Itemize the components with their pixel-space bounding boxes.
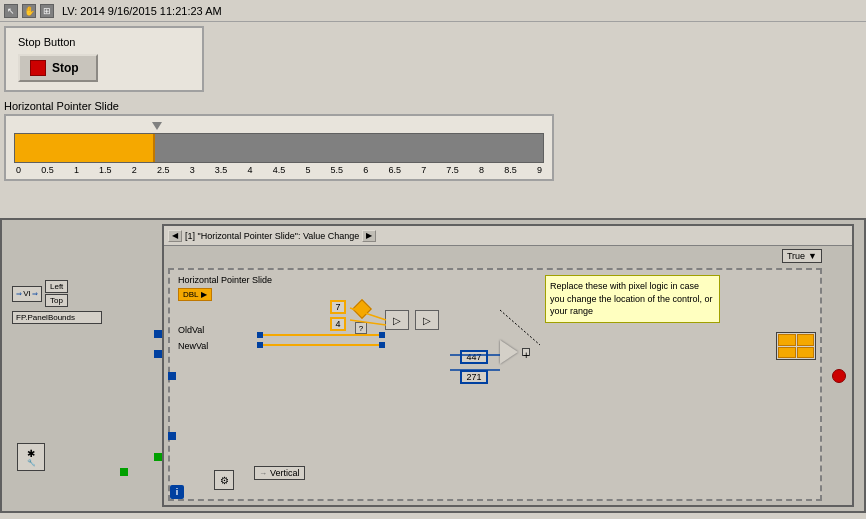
arrow-icon[interactable]: ↖ (4, 4, 18, 18)
left-top-labels: Left Top (45, 280, 68, 307)
diagram-header-text: [1] "Horizontal Pointer Slide": Value Ch… (185, 231, 359, 241)
comment-box: Replace these with pixel logic in case y… (545, 275, 720, 323)
svg-rect-4 (379, 332, 385, 338)
num-447-node: 447 (460, 350, 488, 364)
right-comparator-area: + (500, 340, 530, 364)
tool-node: ⚙ (214, 470, 234, 490)
array-display (776, 332, 816, 360)
num-7-node: 7 (330, 300, 346, 314)
comparator-1: ▷ (385, 310, 409, 330)
left-connector-top (168, 372, 176, 380)
stop-button[interactable]: Stop (18, 54, 98, 82)
left-label-box: Left (45, 280, 68, 293)
top-label-box: Top (45, 294, 68, 307)
outer-diagram: ⇒ VI ⇒ Left Top FP.PanelBounds ✱ 🔧 ◀ [1]… (0, 218, 866, 513)
main-content: Stop Button Stop Horizontal Pointer Slid… (0, 22, 866, 185)
svg-rect-3 (257, 342, 263, 348)
vi-block: ⇒ VI ⇒ (12, 286, 42, 302)
slide-indicator (152, 122, 162, 130)
stop-red-square (30, 60, 46, 76)
newval-label: NewVal (178, 341, 208, 351)
slide-filled (15, 134, 155, 162)
fp-panel-bounds: FP.PanelBounds (12, 311, 102, 324)
title-bar: ↖ ✋ ⊞ LV: 2014 9/16/2015 11:21:23 AM (0, 0, 866, 22)
slide-section: Horizontal Pointer Slide 0 0.5 1 1.5 2 2… (4, 100, 862, 181)
slide-block-group: Horizontal Pointer Slide DBL ▶ (178, 275, 272, 301)
slide-track[interactable] (14, 133, 544, 163)
slide-scale: 0 0.5 1 1.5 2 2.5 3 3.5 4 4.5 5 5.5 6 6.… (14, 165, 544, 175)
slide-block-label: Horizontal Pointer Slide (178, 275, 272, 285)
diagram-nav-right[interactable]: ▶ (362, 230, 376, 242)
asterisk-node-area: ✱ 🔧 (17, 443, 45, 471)
info-icon: i (170, 485, 184, 499)
diagram-content: True ▼ Horizontal Pointer Slide DBL ▶ (164, 246, 852, 505)
vi-node-area: ⇒ VI ⇒ Left Top FP.PanelBounds (12, 280, 102, 324)
array-nodes (776, 332, 816, 360)
stop-button-text: Stop (52, 61, 79, 75)
diagram-nav-left[interactable]: ◀ (168, 230, 182, 242)
connector-sq-2 (154, 350, 162, 358)
wire-overlay (170, 270, 820, 499)
dbl-node: DBL ▶ (178, 288, 212, 301)
grid-icon[interactable]: ⊞ (40, 4, 54, 18)
dropdown-arrow: ▼ (808, 251, 817, 261)
title-bar-text: LV: 2014 9/16/2015 11:21:23 AM (62, 5, 222, 17)
connector-sq-green (154, 453, 162, 461)
num-271-node: 271 (460, 370, 488, 384)
question-node: ? (355, 322, 367, 334)
connector-sq-green-2 (120, 468, 128, 476)
val-labels: OldVal NewVal (178, 325, 208, 351)
num-nodes-7-4: 7 4 (330, 300, 346, 331)
diamond-nodes: ? (355, 302, 369, 334)
stop-button-panel-label: Stop Button (18, 36, 190, 48)
adder-node: + (522, 348, 530, 356)
red-indicator (832, 369, 846, 383)
vertical-label: Vertical (270, 468, 300, 478)
hand-icon[interactable]: ✋ (22, 4, 36, 18)
comparator-area: ▷ ▷ (385, 310, 439, 330)
title-bar-icons: ↖ ✋ ⊞ (4, 4, 54, 18)
diamond-node-1 (352, 299, 372, 319)
vertical-node: → Vertical (254, 466, 305, 480)
comment-text: Replace these with pixel logic in case y… (550, 281, 713, 316)
stop-button-panel: Stop Button Stop (4, 26, 204, 92)
slide-section-label: Horizontal Pointer Slide (4, 100, 862, 112)
true-dropdown-label: True (787, 251, 805, 261)
comparator-2: ▷ (415, 310, 439, 330)
num-4-node: 4 (330, 317, 346, 331)
svg-rect-2 (257, 332, 263, 338)
oldval-label: OldVal (178, 325, 208, 335)
right-triangle (500, 340, 518, 364)
true-dropdown[interactable]: True ▼ (782, 249, 822, 263)
connector-sq-1 (154, 330, 162, 338)
slide-container: 0 0.5 1 1.5 2 2.5 3 3.5 4 4.5 5 5.5 6 6.… (4, 114, 554, 181)
diagram-header: ◀ [1] "Horizontal Pointer Slide": Value … (164, 226, 852, 246)
left-connector-bottom (168, 432, 176, 440)
svg-rect-5 (379, 342, 385, 348)
main-diagram-box: ◀ [1] "Horizontal Pointer Slide": Value … (162, 224, 854, 507)
slide-empty (155, 134, 543, 162)
asterisk-node: ✱ 🔧 (17, 443, 45, 471)
